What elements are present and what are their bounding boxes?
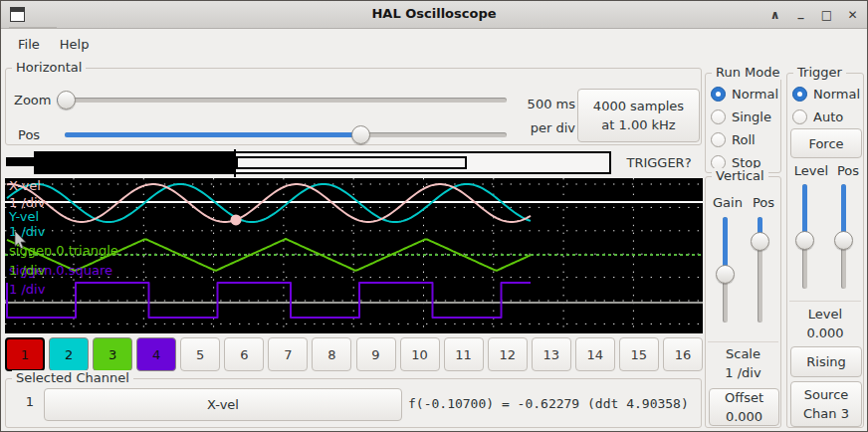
- pos-label: Pos: [18, 127, 40, 142]
- channel-button-14[interactable]: 14: [575, 337, 615, 371]
- vertical-pos-slider[interactable]: [751, 217, 769, 323]
- channel-button-7[interactable]: 7: [268, 337, 308, 371]
- menu-focus-line: [9, 27, 57, 28]
- shade-button[interactable]: ∧: [766, 6, 783, 24]
- vertical-divider: [708, 341, 778, 342]
- trigger-position-tick: [234, 149, 236, 177]
- trigger-level-slider[interactable]: [795, 184, 814, 289]
- vertical-offset-button[interactable]: Offset 0.000: [709, 388, 779, 426]
- channel-button-11[interactable]: 11: [444, 337, 484, 371]
- window-title: HAL Oscilloscope: [1, 6, 867, 21]
- horizontal-zoom-slider[interactable]: [57, 91, 507, 109]
- vertical-gain-label: Gain: [710, 195, 746, 210]
- trigger-status-label: TRIGGER?: [618, 155, 700, 170]
- vertical-pos-thumb[interactable]: [751, 232, 769, 251]
- channel-button-8[interactable]: 8: [312, 337, 351, 371]
- radio-label: Single: [732, 109, 771, 124]
- channel-button-3[interactable]: 3: [93, 337, 132, 371]
- trigger-force-button[interactable]: Force: [790, 128, 862, 158]
- waveform-siggen.0.square: [7, 283, 531, 318]
- trigger-level-readout-value: 0.000: [787, 325, 863, 340]
- scope-channel-label: X-vel: [9, 178, 41, 193]
- vertical-pos-label: Pos: [750, 195, 777, 210]
- radio-icon-roll[interactable]: [711, 132, 726, 147]
- record-bar-pending: [236, 156, 467, 169]
- channel-button-16[interactable]: 16: [663, 337, 703, 371]
- radio-icon-normal[interactable]: [711, 87, 726, 102]
- close-button[interactable]: ✕: [844, 6, 861, 24]
- menu-bar: File Help: [2, 30, 866, 58]
- radio-option-roll[interactable]: Roll: [711, 128, 778, 151]
- trigger-pos-slider[interactable]: [834, 184, 853, 289]
- radio-option-normal[interactable]: Normal: [711, 83, 778, 106]
- channel-button-9[interactable]: 9: [356, 337, 396, 371]
- minimize-button[interactable]: _: [792, 6, 809, 24]
- vertical-gain-slider[interactable]: [716, 217, 735, 323]
- selected-channel-name-button[interactable]: X-vel: [44, 388, 402, 421]
- record-bar-fill: [36, 153, 236, 172]
- vertical-group: Vertical Gain Pos Scale 1 /div Offset 0.…: [705, 176, 781, 428]
- run-mode-group-label: Run Mode: [712, 65, 783, 80]
- trigger-level-thumb[interactable]: [795, 231, 814, 250]
- vertical-scale-value: 1 /div: [706, 365, 780, 380]
- channel-button-5[interactable]: 5: [180, 337, 220, 371]
- selected-channel-readout: f(-0.10700) = -0.62279 (ddt 4.90358): [408, 396, 689, 411]
- horizontal-group-label: Horizontal: [12, 60, 86, 75]
- scope-channel-label: siggen.0.triangle: [9, 243, 118, 258]
- radio-icon-single[interactable]: [711, 109, 726, 124]
- radio-label: Auto: [813, 109, 843, 124]
- radio-icon-auto[interactable]: [792, 109, 807, 124]
- trigger-edge-button[interactable]: Rising: [790, 346, 862, 377]
- channel-button-13[interactable]: 13: [532, 337, 571, 371]
- channel-button-row: 12345678910111213141516: [5, 337, 703, 371]
- vertical-gain-thumb[interactable]: [716, 265, 735, 284]
- trigger-pos-label: Pos: [835, 163, 861, 178]
- channel-button-15[interactable]: 15: [619, 337, 659, 371]
- trigger-level-readout-label: Level: [787, 307, 863, 322]
- selected-channel-group: Selected Channel 1 X-vel f(-0.10700) = -…: [5, 378, 702, 428]
- scope-channel-label: 1 /div: [9, 195, 46, 210]
- scope-channel-label: 1 /div: [9, 282, 46, 297]
- selected-sample-marker: [231, 214, 242, 225]
- selected-channel-group-label: Selected Channel: [12, 370, 133, 385]
- trigger-source-button[interactable]: Source Chan 3: [790, 381, 862, 427]
- trigger-group-label: Trigger: [793, 65, 846, 80]
- radio-option-single[interactable]: Single: [711, 106, 778, 128]
- scope-channel-label: 1 /div: [9, 224, 46, 239]
- horizontal-group: Horizontal Zoom Pos 500 ms per div 4000 …: [5, 68, 702, 145]
- window-controls: ∧ _ □ ✕: [766, 1, 861, 29]
- run-mode-group: Run Mode NormalSingleRollStop: [705, 73, 781, 173]
- pos-slider-thumb[interactable]: [351, 125, 370, 144]
- trigger-group: Trigger NormalAuto Force Level Pos Level…: [786, 73, 864, 428]
- channel-button-12[interactable]: 12: [488, 337, 528, 371]
- zoom-label: Zoom: [14, 93, 51, 108]
- horizontal-pos-slider[interactable]: [65, 125, 507, 144]
- channel-button-2[interactable]: 2: [49, 337, 89, 371]
- radio-option-auto[interactable]: Auto: [792, 106, 861, 128]
- trigger-level-label: Level: [791, 163, 831, 178]
- sample-rate-text: 500 ms per div: [514, 93, 575, 140]
- radio-option-normal[interactable]: Normal: [792, 83, 861, 106]
- radio-label: Normal: [813, 87, 860, 102]
- channel-button-6[interactable]: 6: [224, 337, 264, 371]
- trigger-pos-thumb[interactable]: [834, 231, 853, 250]
- channel-button-10[interactable]: 10: [400, 337, 440, 371]
- menu-file[interactable]: File: [8, 33, 50, 56]
- scope-channel-label: Y-vel: [8, 209, 39, 224]
- vertical-group-label: Vertical: [712, 168, 768, 183]
- scope-canvas[interactable]: X-vel1 /divY-vel1 /divsiggen.0.triangles…: [5, 178, 703, 333]
- menu-help[interactable]: Help: [50, 33, 100, 56]
- record-length-button[interactable]: 4000 samples at 1.00 kHz: [577, 89, 700, 142]
- scope-channel-label: 1 /div: [9, 263, 46, 278]
- record-progress-bar: [34, 151, 611, 174]
- zoom-slider-thumb[interactable]: [57, 91, 76, 109]
- channel-button-1[interactable]: 1: [5, 337, 45, 371]
- maximize-button[interactable]: □: [818, 6, 835, 24]
- record-bar-stub: [6, 157, 34, 166]
- radio-label: Roll: [732, 132, 756, 147]
- channel-button-4[interactable]: 4: [136, 337, 176, 371]
- radio-icon-normal[interactable]: [792, 87, 807, 102]
- radio-label: Normal: [732, 87, 778, 102]
- title-bar: HAL Oscilloscope ∧ _ □ ✕: [1, 1, 867, 29]
- scope-display[interactable]: X-vel1 /divY-vel1 /divsiggen.0.triangles…: [5, 178, 703, 333]
